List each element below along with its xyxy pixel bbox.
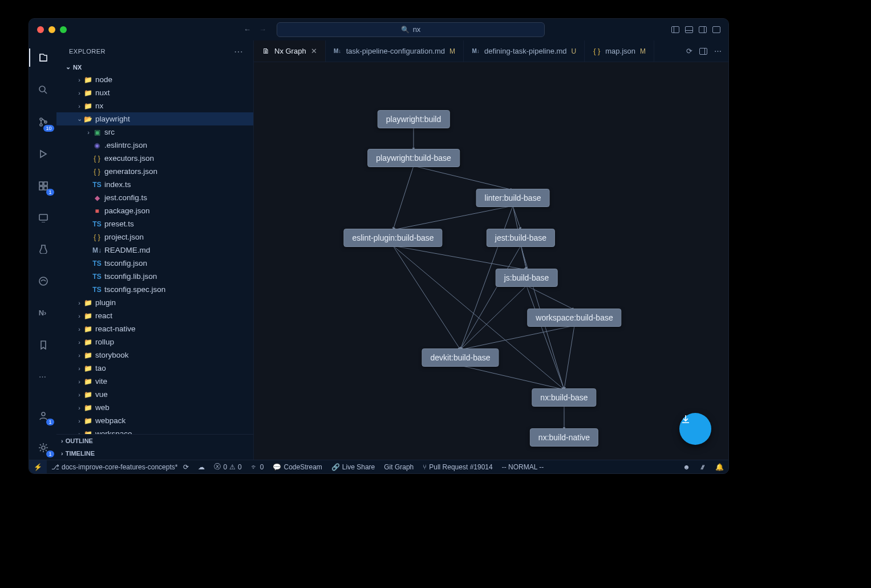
- forward-button[interactable]: →: [259, 25, 266, 34]
- history-nav: ← →: [244, 25, 266, 34]
- reload-icon[interactable]: ⟳: [686, 47, 692, 55]
- search-activity[interactable]: [29, 77, 56, 102]
- problems-indicator[interactable]: ⓧ0 ⚠0: [209, 460, 246, 473]
- toggle-primary-sidebar-icon[interactable]: [671, 26, 679, 33]
- graph-node[interactable]: js:build-base: [496, 269, 558, 287]
- tree-folder[interactable]: ›📁nuxt: [56, 86, 253, 99]
- tree-item-label: src: [104, 128, 115, 136]
- sidebar-more-icon[interactable]: ⋯: [234, 46, 244, 57]
- explorer-activity[interactable]: [29, 45, 56, 70]
- tree-item-label: generators.json: [104, 167, 157, 176]
- tree-folder[interactable]: ›📁web: [56, 401, 253, 414]
- pr-indicator[interactable]: ⑂Pull Request #19014: [418, 460, 497, 473]
- more-activity[interactable]: ⋯: [29, 364, 56, 389]
- tree-file[interactable]: ◉.eslintrc.json: [56, 139, 253, 152]
- tree-folder[interactable]: ›📁plugin: [56, 296, 253, 309]
- gear-badge: 1: [46, 451, 54, 457]
- tree-file[interactable]: ■package.json: [56, 204, 253, 217]
- run-activity[interactable]: [29, 141, 56, 166]
- chevron-icon: ›: [76, 313, 83, 319]
- graph-node[interactable]: linter:build-base: [476, 189, 550, 207]
- tree-folder[interactable]: ›📁webpack: [56, 414, 253, 427]
- tree-folder[interactable]: ›📁vite: [56, 375, 253, 388]
- gitgraph-indicator[interactable]: Git Graph: [379, 460, 418, 473]
- tree-file[interactable]: TStsconfig.spec.json: [56, 283, 253, 296]
- search-text: nx: [413, 25, 421, 34]
- graph-node[interactable]: devkit:build-base: [422, 348, 499, 367]
- prettier-indicator[interactable]: ⫽: [695, 460, 711, 473]
- testing-activity[interactable]: [29, 237, 56, 262]
- nx-activity[interactable]: N›: [29, 300, 56, 325]
- accounts-activity[interactable]: 1: [29, 403, 56, 428]
- tree-folder[interactable]: ›📁node: [56, 73, 253, 86]
- tree-folder[interactable]: ›📁react-native: [56, 322, 253, 335]
- tree-folder[interactable]: ›📁tao: [56, 362, 253, 375]
- tree-folder[interactable]: ›📁storybook: [56, 348, 253, 362]
- tree-file[interactable]: { }generators.json: [56, 165, 253, 178]
- tree-file[interactable]: TStsconfig.json: [56, 257, 253, 270]
- command-center[interactable]: 🔍 nx: [277, 22, 545, 37]
- tree-file[interactable]: ◆jest.config.ts: [56, 191, 253, 204]
- copilot-indicator[interactable]: ☻: [678, 460, 695, 473]
- tree-item-label: vite: [95, 377, 107, 386]
- ports-indicator[interactable]: ᯤ0: [246, 460, 269, 473]
- graph-node[interactable]: playwright:build-base: [367, 149, 460, 167]
- remote-activity[interactable]: [29, 205, 56, 230]
- extensions-activity[interactable]: 1: [29, 173, 56, 198]
- tree-item-label: workspace: [95, 429, 132, 434]
- tab-more-icon[interactable]: ⋯: [714, 47, 722, 55]
- graph-node[interactable]: nx:build-native: [530, 428, 598, 447]
- close-icon[interactable]: ✕: [311, 47, 317, 55]
- customize-layout-icon[interactable]: [712, 26, 720, 33]
- tree-file[interactable]: M↓README.md: [56, 244, 253, 257]
- remote-indicator[interactable]: ⚡: [29, 460, 47, 473]
- graph-edge: [460, 326, 574, 350]
- misc-activity-1[interactable]: [29, 268, 56, 293]
- bookmark-activity[interactable]: [29, 332, 56, 357]
- toggle-secondary-sidebar-icon[interactable]: [699, 26, 707, 33]
- branch-indicator[interactable]: ⎇ docs-improve-core-features-concepts* ⟳: [47, 460, 193, 473]
- tree-folder[interactable]: ›📁rollup: [56, 335, 253, 348]
- tree-folder[interactable]: ›📁nx: [56, 99, 253, 112]
- tree-folder[interactable]: ›📁react: [56, 309, 253, 322]
- activity-bar: 10 1 N› ⋯: [29, 40, 56, 460]
- close-window-button[interactable]: [37, 26, 44, 33]
- nx-graph-canvas[interactable]: playwright:buildplaywright:build-baselin…: [254, 62, 728, 460]
- cloud-indicator[interactable]: ☁: [193, 460, 209, 473]
- tree-file[interactable]: TStsconfig.lib.json: [56, 270, 253, 283]
- tree-folder[interactable]: ⌄📂playwright: [56, 112, 253, 125]
- editor-tab[interactable]: { }map.jsonM: [585, 40, 654, 62]
- settings-activity[interactable]: 1: [29, 435, 56, 460]
- toggle-panel-icon[interactable]: [685, 26, 693, 33]
- notifications-indicator[interactable]: 🔔: [711, 460, 728, 473]
- file-tree[interactable]: ›📁node›📁nuxt›📁nx⌄📂playwright›▣src◉.eslin…: [56, 73, 253, 434]
- tree-file[interactable]: { }executors.json: [56, 152, 253, 165]
- tree-folder[interactable]: ›▣src: [56, 125, 253, 139]
- graph-node[interactable]: nx:build-base: [532, 388, 596, 407]
- zoom-window-button[interactable]: [60, 26, 67, 33]
- outline-section[interactable]: ›OUTLINE: [56, 435, 253, 447]
- scm-activity[interactable]: 10: [29, 109, 56, 134]
- graph-node[interactable]: workspace:build-base: [527, 309, 621, 327]
- codestream-indicator[interactable]: 💬CodeStream: [268, 460, 326, 473]
- download-fab[interactable]: [679, 413, 711, 445]
- timeline-section[interactable]: ›TIMELINE: [56, 447, 253, 460]
- graph-node[interactable]: eslint-plugin:build-base: [343, 229, 442, 247]
- tree-folder[interactable]: ›📁workspace: [56, 427, 253, 434]
- editor-tab[interactable]: M↓task-pipeline-configuration.mdM: [326, 40, 464, 62]
- tree-root-toggle[interactable]: ⌄ NX: [60, 62, 253, 72]
- tree-file[interactable]: TSpreset.ts: [56, 217, 253, 230]
- minimize-window-button[interactable]: [48, 26, 55, 33]
- graph-node[interactable]: playwright:build: [378, 110, 450, 128]
- split-editor-icon[interactable]: [699, 48, 707, 55]
- tree-folder[interactable]: ›📁vue: [56, 388, 253, 401]
- back-button[interactable]: ←: [244, 25, 251, 34]
- editor-tab[interactable]: M↓defining-task-pipeline.mdU: [464, 40, 585, 62]
- graph-node[interactable]: jest:build-base: [487, 229, 555, 247]
- liveshare-indicator[interactable]: 🔗Live Share: [327, 460, 379, 473]
- tree-file[interactable]: TSindex.ts: [56, 178, 253, 191]
- tree-file[interactable]: { }project.json: [56, 230, 253, 244]
- radio-icon: ᯤ: [251, 463, 258, 471]
- tree-root-label: NX: [73, 64, 82, 71]
- editor-tab[interactable]: 🗎Nx Graph✕: [254, 40, 326, 62]
